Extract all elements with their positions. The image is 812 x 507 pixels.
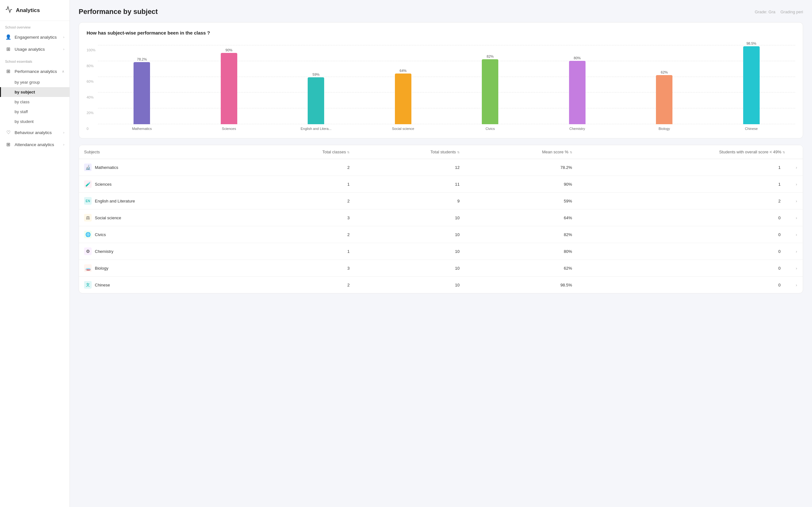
math-icon: 🔬 — [84, 164, 92, 171]
chemistry-low-score: 0 — [577, 243, 790, 260]
x-label-math: Mathematics — [101, 127, 183, 130]
x-axis-labels: Mathematics Sciences English and Litera.… — [98, 124, 795, 130]
social-icon: ⚖ — [84, 214, 92, 222]
english-row-arrow[interactable]: › — [796, 199, 797, 204]
bar-group-chemistry: 80% — [537, 56, 618, 124]
chemistry-score: 80% — [465, 243, 577, 260]
main-content: Performance by subject Grade: Gra Gradin… — [70, 0, 812, 507]
bar-value-english: 59% — [312, 72, 319, 76]
x-label-chinese: Chinese — [711, 127, 792, 130]
bar-civics — [482, 59, 498, 124]
bar-group-civics: 82% — [450, 55, 531, 124]
sidebar-item-attendance[interactable]: ⊞ Attendance analytics › — [0, 138, 69, 151]
bar-value-sciences: 90% — [225, 48, 233, 52]
school-overview-section: School overview 👤 Engagement analytics ›… — [0, 21, 69, 55]
social-row-arrow[interactable]: › — [796, 216, 797, 220]
sciences-low-score: 1 — [577, 176, 790, 193]
bar-group-math: 78.2% — [101, 57, 183, 124]
bar-english — [308, 77, 324, 124]
sciences-score: 90% — [465, 176, 577, 193]
chart-title: How has subject-wise performance been in… — [87, 30, 795, 36]
bars-container: 78.2% 90% 59% 64% — [98, 42, 795, 124]
sidebar-sub-by-class[interactable]: by class — [0, 97, 69, 107]
subject-name-sciences: Sciences — [95, 182, 112, 187]
grading-period-filter[interactable]: Grading peri — [780, 9, 803, 14]
sciences-row-arrow[interactable]: › — [796, 182, 797, 187]
behaviour-icon: ♡ — [5, 130, 11, 135]
sidebar-item-engagement[interactable]: 👤 Engagement analytics › — [0, 31, 69, 43]
subject-cell-math: 🔬 Mathematics — [84, 164, 245, 171]
table-row: ⚖ Social science 3 10 64% 0 › — [79, 210, 803, 226]
engagement-icon: 👤 — [5, 34, 11, 40]
english-low-score: 2 — [577, 193, 790, 210]
chinese-row-arrow[interactable]: › — [796, 283, 797, 287]
english-icon: EN — [84, 197, 92, 205]
y-axis: 100% 80% 60% 40% 20% 0 — [87, 45, 96, 130]
bar-chinese — [743, 46, 760, 124]
sidebar-sub-by-year-group[interactable]: by year group — [0, 77, 69, 87]
sort-icon-mean: ⇅ — [570, 151, 572, 154]
civics-row-arrow[interactable]: › — [796, 232, 797, 237]
subject-cell-english: EN English and Literature — [84, 197, 245, 205]
engagement-chevron-icon: › — [63, 35, 64, 39]
biology-row-arrow[interactable]: › — [796, 266, 797, 271]
table-row: ⚙ Chemistry 1 10 80% 0 › — [79, 243, 803, 260]
bar-social — [395, 73, 411, 124]
col-total-students[interactable]: Total students ⇅ — [355, 145, 465, 159]
math-students: 12 — [355, 159, 465, 176]
analytics-logo-icon — [5, 6, 13, 15]
math-low-score: 1 — [577, 159, 790, 176]
civics-students: 10 — [355, 226, 465, 243]
school-essentials-label: School essentials — [0, 55, 69, 65]
col-total-classes[interactable]: Total classes ⇅ — [250, 145, 355, 159]
sidebar-item-behaviour[interactable]: ♡ Behaviour analytics › — [0, 126, 69, 138]
bar-sciences — [221, 53, 237, 124]
sidebar-sub-by-subject[interactable]: by subject — [0, 87, 69, 97]
sciences-students: 11 — [355, 176, 465, 193]
table-row: 🧪 Sciences 1 11 90% 1 › — [79, 176, 803, 193]
bar-math — [134, 62, 150, 124]
school-overview-label: School overview — [0, 21, 69, 31]
x-label-social: Social science — [362, 127, 444, 130]
table-card: Subjects Total classes ⇅ Total students … — [79, 145, 803, 293]
chemistry-classes: 1 — [250, 243, 355, 260]
civics-classes: 2 — [250, 226, 355, 243]
x-label-chemistry: Chemistry — [537, 127, 618, 130]
subject-cell-chemistry: ⚙ Chemistry — [84, 247, 245, 255]
col-low-score[interactable]: Students with overall score < 49% ⇅ — [577, 145, 790, 159]
performance-chevron-icon: ∧ — [62, 69, 64, 73]
sidebar-logo-text: Analytics — [16, 7, 40, 14]
table-row: 🌐 Civics 2 10 82% 0 › — [79, 226, 803, 243]
sidebar-item-performance[interactable]: ⊞ Performance analytics ∧ — [0, 65, 69, 77]
page-header: Performance by subject Grade: Gra Gradin… — [79, 8, 803, 16]
table-row: 🔬 Mathematics 2 12 78.2% 1 › — [79, 159, 803, 176]
school-essentials-section: School essentials ⊞ Performance analytic… — [0, 55, 69, 151]
sidebar-item-usage[interactable]: ⊞ Usage analytics › — [0, 43, 69, 55]
table-row: 🧫 Biology 3 10 62% 0 › — [79, 260, 803, 277]
attendance-icon: ⊞ — [5, 142, 11, 147]
sciences-classes: 1 — [250, 176, 355, 193]
subject-name-math: Mathematics — [95, 165, 118, 170]
performance-icon: ⊞ — [5, 68, 11, 74]
header-filters: Grade: Gra Grading peri — [755, 9, 803, 14]
bar-value-chinese: 98.5% — [746, 42, 756, 45]
bar-value-biology: 62% — [661, 70, 668, 74]
col-mean-score[interactable]: Mean score % ⇅ — [465, 145, 577, 159]
chemistry-row-arrow[interactable]: › — [796, 249, 797, 254]
sciences-icon: 🧪 — [84, 180, 92, 188]
subjects-table: Subjects Total classes ⇅ Total students … — [79, 145, 803, 293]
biology-low-score: 0 — [577, 260, 790, 277]
x-label-civics: Civics — [450, 127, 531, 130]
subject-cell-biology: 🧫 Biology — [84, 264, 245, 272]
grade-filter[interactable]: Grade: Gra — [755, 9, 775, 14]
sort-icon-students: ⇅ — [457, 151, 460, 154]
subject-cell-sciences: 🧪 Sciences — [84, 180, 245, 188]
math-row-arrow[interactable]: › — [796, 165, 797, 170]
chinese-score: 98.5% — [465, 277, 577, 293]
y-label-0: 0 — [87, 127, 96, 130]
sidebar-sub-by-staff[interactable]: by staff — [0, 107, 69, 117]
subject-name-biology: Biology — [95, 266, 108, 271]
sidebar-sub-by-student[interactable]: by student — [0, 117, 69, 126]
y-label-20: 20% — [87, 111, 96, 115]
english-students: 9 — [355, 193, 465, 210]
